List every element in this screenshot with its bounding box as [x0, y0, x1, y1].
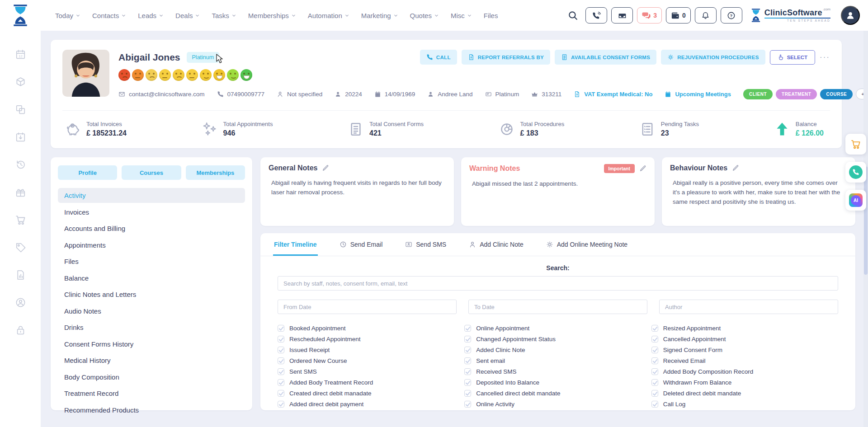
client-action-button[interactable]: REPORT REFERRALS BY: [462, 50, 550, 65]
profile-tab[interactable]: Memberships: [186, 165, 245, 180]
mood-face-icon[interactable]: [200, 69, 212, 81]
search-icon[interactable]: [568, 10, 578, 20]
mood-face-icon[interactable]: [146, 69, 157, 81]
tier-badge[interactable]: Platinum: [187, 52, 220, 63]
help-button[interactable]: [721, 7, 742, 23]
client-action-button[interactable]: AVAILABLE CONSENT FORMS: [555, 50, 656, 65]
checkbox[interactable]: [278, 347, 284, 353]
nav-item[interactable]: Marketing: [361, 12, 398, 19]
timeline-tab[interactable]: Add Online Meeting Note: [545, 233, 628, 256]
more-options-button[interactable]: ···: [820, 53, 830, 62]
checkbox[interactable]: [651, 368, 658, 375]
quick-call-button[interactable]: [845, 162, 866, 183]
checkbox[interactable]: [278, 368, 284, 375]
edit-pencil-icon[interactable]: [732, 164, 739, 172]
sidebar-icon-button[interactable]: [15, 187, 26, 199]
nav-item[interactable]: Files: [484, 12, 498, 19]
nav-item[interactable]: Automation: [308, 12, 349, 19]
sidebar-icon-button[interactable]: [15, 76, 26, 89]
profile-menu-item[interactable]: Treatment Record: [58, 386, 245, 401]
app-logo[interactable]: [0, 4, 41, 27]
select-button[interactable]: SELECT: [770, 50, 815, 65]
checkbox[interactable]: [464, 390, 471, 397]
profile-menu-item[interactable]: Recommended Products: [58, 403, 245, 418]
timeline-tab[interactable]: Send SMS: [404, 233, 447, 256]
profile-menu-item[interactable]: Medical History: [58, 353, 245, 368]
client-action-button[interactable]: REJUVENATION PROCEDURES: [661, 50, 765, 65]
checkbox[interactable]: [651, 390, 658, 397]
mood-face-icon[interactable]: [159, 69, 171, 81]
dialer-button[interactable]: [585, 7, 607, 23]
to-date-input[interactable]: [468, 300, 647, 314]
profile-menu-item[interactable]: Body Composition: [58, 370, 245, 385]
checkbox[interactable]: [464, 325, 471, 332]
nav-item[interactable]: Deals: [175, 12, 200, 19]
mood-face-icon[interactable]: [213, 69, 225, 81]
timeline-tab[interactable]: Send Email: [339, 233, 384, 256]
nav-item[interactable]: Contacts: [92, 12, 126, 19]
nav-item[interactable]: Quotes: [410, 12, 439, 19]
checkbox[interactable]: [651, 347, 658, 353]
profile-tab[interactable]: Profile: [58, 165, 117, 180]
inbox-button[interactable]: [611, 7, 633, 23]
sidebar-icon-button[interactable]: [15, 214, 26, 227]
profile-menu-item[interactable]: Audio Notes: [58, 304, 245, 319]
checkbox[interactable]: [464, 401, 471, 408]
checkbox[interactable]: [278, 379, 284, 386]
sidebar-icon-button[interactable]: [15, 131, 26, 144]
checkbox[interactable]: [651, 336, 658, 343]
mood-face-icon[interactable]: [118, 69, 130, 81]
checkbox[interactable]: [464, 336, 471, 343]
sidebar-icon-button[interactable]: [15, 324, 26, 337]
checkbox[interactable]: [651, 357, 658, 364]
checkbox[interactable]: [464, 347, 471, 353]
profile-menu-item[interactable]: Appointments: [58, 238, 245, 253]
profile-menu-item[interactable]: Accounts and Billing: [58, 221, 245, 236]
mood-face-icon[interactable]: [132, 69, 144, 81]
chat-button[interactable]: 3: [637, 7, 662, 23]
mood-face-icon[interactable]: [227, 69, 239, 81]
timeline-tab[interactable]: Filter Timeline: [273, 233, 318, 256]
timeline-tab[interactable]: Add Clinic Note: [468, 233, 524, 256]
mood-face-icon[interactable]: [186, 69, 198, 81]
wallet-button[interactable]: 0: [666, 7, 691, 23]
sidebar-icon-button[interactable]: [15, 104, 26, 117]
checkbox[interactable]: [464, 368, 471, 375]
nav-item[interactable]: Memberships: [248, 12, 296, 19]
nav-item[interactable]: Leads: [138, 12, 164, 19]
edit-pencil-icon[interactable]: [639, 165, 646, 172]
profile-menu-item[interactable]: Drinks: [58, 320, 245, 335]
client-action-button[interactable]: CALL: [420, 50, 457, 65]
label-pill[interactable]: CLIENT: [743, 89, 773, 99]
nav-item[interactable]: Misc: [451, 12, 472, 19]
brand-logo[interactable]: ClinicSoftware .com TEN STEPS AHEAD: [750, 8, 830, 23]
profile-menu-item[interactable]: Balance: [58, 271, 245, 286]
edit-pencil-icon[interactable]: [322, 164, 329, 172]
mood-face-icon[interactable]: [173, 69, 184, 81]
sidebar-icon-button[interactable]: [15, 269, 26, 282]
scrollbar-track[interactable]: [863, 31, 868, 427]
from-date-input[interactable]: [278, 300, 457, 314]
timeline-search-input[interactable]: [278, 276, 838, 291]
profile-menu-item[interactable]: Invoices: [58, 205, 245, 220]
checkbox[interactable]: [278, 357, 284, 364]
checkbox[interactable]: [464, 379, 471, 386]
checkbox[interactable]: [651, 325, 658, 332]
checkbox[interactable]: [278, 336, 284, 343]
quick-cart-button[interactable]: [845, 134, 866, 155]
label-pill[interactable]: COURSE: [820, 89, 853, 99]
checkbox[interactable]: [464, 357, 471, 364]
profile-menu-item[interactable]: Files: [58, 254, 245, 269]
sidebar-icon-button[interactable]: [15, 49, 26, 61]
ai-assistant-button[interactable]: AI: [845, 190, 866, 211]
profile-menu-item[interactable]: Consent Forms History: [58, 337, 245, 352]
checkbox[interactable]: [651, 379, 658, 386]
profile-menu-item[interactable]: Activity: [58, 188, 245, 203]
checkbox[interactable]: [278, 390, 284, 397]
sidebar-icon-button[interactable]: [15, 242, 26, 254]
nav-item[interactable]: Tasks: [212, 12, 236, 19]
sidebar-icon-button[interactable]: [15, 159, 26, 172]
checkbox[interactable]: [278, 401, 284, 408]
profile-tab[interactable]: Courses: [122, 165, 181, 180]
mood-face-icon[interactable]: [241, 69, 252, 81]
